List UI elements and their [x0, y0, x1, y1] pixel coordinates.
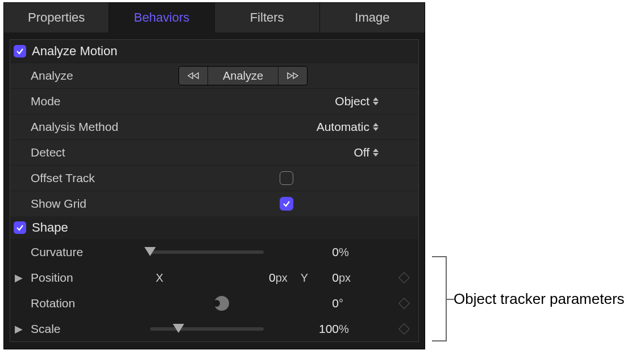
row-rotation: Rotation 0 ° — [10, 290, 418, 316]
row-offset-track: Offset Track — [10, 165, 418, 191]
shape-title: Shape — [32, 220, 68, 235]
keyframe-diamond-icon[interactable] — [398, 298, 410, 309]
scale-value[interactable]: 100 — [316, 322, 339, 336]
analyze-button[interactable]: Analyze — [208, 67, 279, 85]
scale-slider[interactable] — [150, 327, 264, 331]
curvature-label: Curvature — [31, 245, 144, 259]
slider-thumb-icon — [144, 247, 156, 256]
analysis-method-popup[interactable]: Automatic — [317, 120, 379, 134]
position-y-value[interactable]: 0 — [316, 271, 339, 285]
analyze-label: Analyze — [31, 69, 144, 83]
detect-popup[interactable]: Off — [354, 146, 379, 159]
offset-track-checkbox[interactable] — [280, 171, 293, 185]
scale-unit: % — [339, 323, 356, 336]
position-label: Position — [31, 271, 144, 285]
row-analyze: Analyze Analyze — [10, 63, 418, 88]
analyze-reverse-button[interactable] — [179, 67, 208, 85]
curvature-value[interactable]: 0 — [316, 245, 339, 259]
keyframe-diamond-icon[interactable] — [398, 323, 410, 335]
analyze-motion-title: Analyze Motion — [32, 44, 117, 59]
section-shape: Shape — [10, 216, 418, 239]
x-axis-label: X — [156, 271, 163, 285]
mode-popup[interactable]: Object — [335, 94, 379, 108]
analysis-method-label: Analysis Method — [31, 120, 144, 134]
rotation-dial[interactable] — [214, 296, 229, 311]
section-analyze-motion: Analyze Motion — [10, 40, 418, 63]
chevron-updown-icon — [373, 149, 379, 157]
row-mode: Mode Object — [10, 88, 418, 114]
chevron-updown-icon — [373, 97, 379, 105]
analysis-method-value: Automatic — [317, 120, 369, 134]
row-curvature: Curvature 0 % — [10, 239, 418, 265]
detect-label: Detect — [31, 146, 144, 159]
curvature-slider[interactable] — [150, 250, 264, 254]
position-x-value[interactable]: 0 — [253, 271, 276, 285]
offset-track-label: Offset Track — [31, 171, 144, 185]
disclosure-triangle-icon[interactable]: ▶ — [15, 271, 23, 284]
row-show-grid: Show Grid — [10, 191, 418, 216]
keyframe-diamond-icon[interactable] — [398, 272, 410, 283]
analyze-motion-checkbox[interactable] — [14, 45, 26, 57]
analyze-forward-button[interactable] — [279, 67, 307, 85]
rotation-unit: ° — [339, 297, 356, 310]
inspector-panel: Properties Behaviors Filters Image Analy… — [3, 2, 425, 349]
tab-behaviors[interactable]: Behaviors — [109, 3, 214, 32]
show-grid-label: Show Grid — [31, 197, 144, 211]
show-grid-checkbox[interactable] — [280, 197, 293, 211]
rewind-icon — [187, 72, 200, 80]
disclosure-triangle-icon[interactable]: ▶ — [15, 323, 23, 335]
analyze-segmented: Analyze — [178, 66, 308, 85]
position-y-unit: px — [339, 271, 356, 285]
scale-label: Scale — [31, 322, 144, 336]
row-scale: ▶ Scale 100 % — [10, 316, 418, 341]
position-x-unit: px — [276, 271, 293, 285]
chevron-updown-icon — [373, 123, 379, 131]
row-position: ▶ Position X 0 px Y 0 px — [10, 265, 418, 290]
annotation-callout: Object tracker parameters — [432, 256, 625, 341]
rotation-value[interactable]: 0 — [316, 297, 339, 310]
slider-thumb-icon — [173, 324, 184, 333]
callout-text: Object tracker parameters — [454, 290, 625, 308]
mode-value: Object — [335, 94, 369, 108]
tab-filters[interactable]: Filters — [215, 3, 320, 32]
rotation-label: Rotation — [31, 297, 144, 310]
detect-value: Off — [354, 146, 369, 159]
row-detect: Detect Off — [10, 139, 418, 165]
mode-label: Mode — [31, 94, 144, 108]
tab-bar: Properties Behaviors Filters Image — [4, 3, 425, 32]
fastforward-icon — [286, 72, 299, 80]
parameters-list: Analyze Motion Analyze Analyze Mode — [10, 39, 419, 342]
row-analysis-method: Analysis Method Automatic — [10, 114, 418, 139]
y-axis-label: Y — [301, 271, 308, 285]
bracket-icon — [432, 256, 447, 341]
tab-image[interactable]: Image — [320, 3, 425, 32]
tab-properties[interactable]: Properties — [4, 3, 109, 32]
curvature-unit: % — [339, 246, 356, 259]
shape-checkbox[interactable] — [14, 221, 26, 234]
